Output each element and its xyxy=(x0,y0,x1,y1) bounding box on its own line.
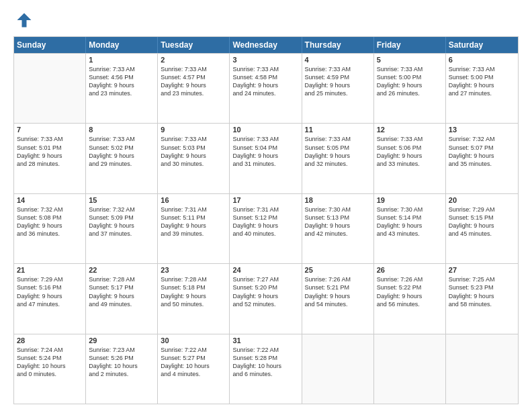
day-cell-2: 2Sunrise: 7:33 AMSunset: 4:57 PMDaylight… xyxy=(158,54,230,123)
day-number: 20 xyxy=(449,196,515,204)
day-info: Sunrise: 7:30 AMSunset: 5:14 PMDaylight:… xyxy=(377,205,443,238)
day-info: Sunrise: 7:30 AMSunset: 5:13 PMDaylight:… xyxy=(305,205,371,238)
day-cell-22: 22Sunrise: 7:28 AMSunset: 5:17 PMDayligh… xyxy=(86,264,158,333)
day-info: Sunrise: 7:33 AMSunset: 5:01 PMDaylight:… xyxy=(17,135,83,168)
day-number: 1 xyxy=(89,56,154,64)
day-number: 28 xyxy=(17,336,83,345)
day-info: Sunrise: 7:32 AMSunset: 5:09 PMDaylight:… xyxy=(89,205,154,238)
day-info: Sunrise: 7:33 AMSunset: 5:00 PMDaylight:… xyxy=(449,65,515,98)
header-day-thursday: Thursday xyxy=(302,37,374,53)
day-info: Sunrise: 7:29 AMSunset: 5:16 PMDaylight:… xyxy=(17,275,83,308)
day-number: 25 xyxy=(305,266,371,274)
day-cell-12: 12Sunrise: 7:33 AMSunset: 5:06 PMDayligh… xyxy=(374,124,446,193)
day-info: Sunrise: 7:28 AMSunset: 5:17 PMDaylight:… xyxy=(89,275,154,308)
day-number: 30 xyxy=(161,336,226,345)
logo-icon xyxy=(15,11,34,30)
day-cell-17: 17Sunrise: 7:31 AMSunset: 5:12 PMDayligh… xyxy=(230,194,302,263)
header-day-tuesday: Tuesday xyxy=(158,37,230,53)
day-cell-8: 8Sunrise: 7:33 AMSunset: 5:02 PMDaylight… xyxy=(86,124,158,193)
day-number: 27 xyxy=(449,266,515,274)
day-info: Sunrise: 7:24 AMSunset: 5:24 PMDaylight:… xyxy=(17,346,83,379)
header-day-monday: Monday xyxy=(86,37,158,53)
day-info: Sunrise: 7:26 AMSunset: 5:22 PMDaylight:… xyxy=(377,275,443,308)
day-cell-19: 19Sunrise: 7:30 AMSunset: 5:14 PMDayligh… xyxy=(374,194,446,263)
header-day-friday: Friday xyxy=(374,37,446,53)
day-cell-26: 26Sunrise: 7:26 AMSunset: 5:22 PMDayligh… xyxy=(374,264,446,333)
day-number: 18 xyxy=(305,196,371,204)
day-number: 15 xyxy=(89,196,154,204)
day-number: 29 xyxy=(89,336,154,345)
day-info: Sunrise: 7:32 AMSunset: 5:08 PMDaylight:… xyxy=(17,205,83,238)
day-info: Sunrise: 7:28 AMSunset: 5:18 PMDaylight:… xyxy=(161,275,226,308)
day-cell-28: 28Sunrise: 7:24 AMSunset: 5:24 PMDayligh… xyxy=(14,334,86,404)
day-number: 3 xyxy=(232,56,298,64)
day-info: Sunrise: 7:32 AMSunset: 5:07 PMDaylight:… xyxy=(449,135,515,168)
header xyxy=(13,11,519,32)
day-number: 14 xyxy=(17,196,83,204)
day-number: 10 xyxy=(232,126,298,134)
calendar-body: 1Sunrise: 7:33 AMSunset: 4:56 PMDaylight… xyxy=(14,53,518,404)
day-cell-27: 27Sunrise: 7:25 AMSunset: 5:23 PMDayligh… xyxy=(446,264,518,333)
day-cell-29: 29Sunrise: 7:23 AMSunset: 5:26 PMDayligh… xyxy=(86,334,158,404)
day-cell-30: 30Sunrise: 7:22 AMSunset: 5:27 PMDayligh… xyxy=(158,334,230,404)
day-number: 9 xyxy=(161,126,226,134)
day-cell-9: 9Sunrise: 7:33 AMSunset: 5:03 PMDaylight… xyxy=(158,124,230,193)
logo xyxy=(13,11,34,32)
calendar-row-0: 1Sunrise: 7:33 AMSunset: 4:56 PMDaylight… xyxy=(14,53,518,123)
day-number: 13 xyxy=(449,126,515,134)
day-info: Sunrise: 7:23 AMSunset: 5:26 PMDaylight:… xyxy=(89,346,154,379)
day-cell-16: 16Sunrise: 7:31 AMSunset: 5:11 PMDayligh… xyxy=(158,194,230,263)
day-cell-13: 13Sunrise: 7:32 AMSunset: 5:07 PMDayligh… xyxy=(446,124,518,193)
day-info: Sunrise: 7:33 AMSunset: 5:00 PMDaylight:… xyxy=(377,65,443,98)
calendar: SundayMondayTuesdayWednesdayThursdayFrid… xyxy=(13,36,519,404)
day-info: Sunrise: 7:31 AMSunset: 5:12 PMDaylight:… xyxy=(232,205,298,238)
day-number: 12 xyxy=(377,126,443,134)
day-info: Sunrise: 7:33 AMSunset: 4:58 PMDaylight:… xyxy=(232,65,298,98)
day-info: Sunrise: 7:22 AMSunset: 5:27 PMDaylight:… xyxy=(161,346,226,379)
day-info: Sunrise: 7:33 AMSunset: 5:04 PMDaylight:… xyxy=(232,135,298,168)
day-info: Sunrise: 7:26 AMSunset: 5:21 PMDaylight:… xyxy=(305,275,371,308)
page: SundayMondayTuesdayWednesdayThursdayFrid… xyxy=(0,0,532,411)
day-cell-31: 31Sunrise: 7:22 AMSunset: 5:28 PMDayligh… xyxy=(230,334,302,404)
day-info: Sunrise: 7:33 AMSunset: 5:03 PMDaylight:… xyxy=(161,135,226,168)
day-number: 11 xyxy=(305,126,371,134)
day-number: 6 xyxy=(449,56,515,64)
day-info: Sunrise: 7:25 AMSunset: 5:23 PMDaylight:… xyxy=(449,275,515,308)
day-info: Sunrise: 7:29 AMSunset: 5:15 PMDaylight:… xyxy=(449,205,515,238)
day-number: 17 xyxy=(232,196,298,204)
day-cell-24: 24Sunrise: 7:27 AMSunset: 5:20 PMDayligh… xyxy=(230,264,302,333)
day-number: 22 xyxy=(89,266,154,274)
empty-cell-4-4 xyxy=(302,334,374,404)
calendar-header: SundayMondayTuesdayWednesdayThursdayFrid… xyxy=(14,37,518,53)
calendar-row-4: 28Sunrise: 7:24 AMSunset: 5:24 PMDayligh… xyxy=(14,334,518,404)
day-cell-10: 10Sunrise: 7:33 AMSunset: 5:04 PMDayligh… xyxy=(230,124,302,193)
empty-cell-0-0 xyxy=(14,54,86,123)
calendar-row-2: 14Sunrise: 7:32 AMSunset: 5:08 PMDayligh… xyxy=(14,193,518,263)
svg-marker-0 xyxy=(17,13,32,28)
day-cell-18: 18Sunrise: 7:30 AMSunset: 5:13 PMDayligh… xyxy=(302,194,374,263)
header-day-wednesday: Wednesday xyxy=(230,37,302,53)
day-cell-1: 1Sunrise: 7:33 AMSunset: 4:56 PMDaylight… xyxy=(86,54,158,123)
day-cell-6: 6Sunrise: 7:33 AMSunset: 5:00 PMDaylight… xyxy=(446,54,518,123)
header-day-sunday: Sunday xyxy=(14,37,86,53)
day-number: 23 xyxy=(161,266,226,274)
day-number: 7 xyxy=(17,126,83,134)
day-number: 19 xyxy=(377,196,443,204)
day-info: Sunrise: 7:33 AMSunset: 4:56 PMDaylight:… xyxy=(89,65,154,98)
day-info: Sunrise: 7:33 AMSunset: 5:06 PMDaylight:… xyxy=(377,135,443,168)
calendar-row-1: 7Sunrise: 7:33 AMSunset: 5:01 PMDaylight… xyxy=(14,123,518,193)
day-cell-5: 5Sunrise: 7:33 AMSunset: 5:00 PMDaylight… xyxy=(374,54,446,123)
day-number: 26 xyxy=(377,266,443,274)
day-number: 16 xyxy=(161,196,226,204)
day-cell-7: 7Sunrise: 7:33 AMSunset: 5:01 PMDaylight… xyxy=(14,124,86,193)
day-cell-21: 21Sunrise: 7:29 AMSunset: 5:16 PMDayligh… xyxy=(14,264,86,333)
day-cell-11: 11Sunrise: 7:33 AMSunset: 5:05 PMDayligh… xyxy=(302,124,374,193)
day-cell-20: 20Sunrise: 7:29 AMSunset: 5:15 PMDayligh… xyxy=(446,194,518,263)
day-info: Sunrise: 7:33 AMSunset: 4:57 PMDaylight:… xyxy=(161,65,226,98)
day-cell-14: 14Sunrise: 7:32 AMSunset: 5:08 PMDayligh… xyxy=(14,194,86,263)
day-info: Sunrise: 7:33 AMSunset: 4:59 PMDaylight:… xyxy=(305,65,371,98)
day-info: Sunrise: 7:33 AMSunset: 5:02 PMDaylight:… xyxy=(89,135,154,168)
day-cell-15: 15Sunrise: 7:32 AMSunset: 5:09 PMDayligh… xyxy=(86,194,158,263)
day-number: 24 xyxy=(232,266,298,274)
day-cell-4: 4Sunrise: 7:33 AMSunset: 4:59 PMDaylight… xyxy=(302,54,374,123)
